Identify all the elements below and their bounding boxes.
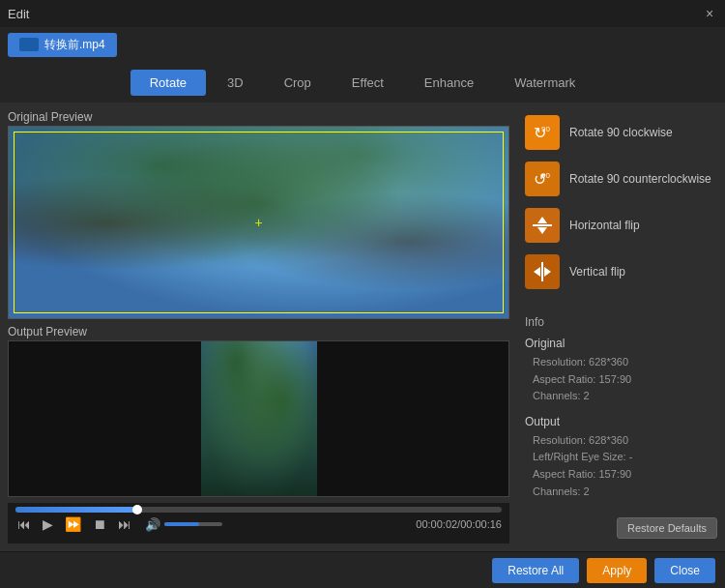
flip-v-icon xyxy=(525,254,560,289)
flip-v-button[interactable]: Vertical flip xyxy=(525,251,717,292)
svg-marker-5 xyxy=(537,217,547,223)
output-group-title: Output xyxy=(525,415,717,428)
rotate-ccw-label: Rotate 90 counterclockwise xyxy=(569,172,711,186)
file-icon xyxy=(19,38,39,51)
preview-area: Original Preview + Output Preview xyxy=(0,103,517,551)
rotated-tree-overlay xyxy=(201,340,317,497)
close-window-button[interactable]: × xyxy=(702,6,717,21)
rotate-cw-button[interactable]: ↻ 90 Rotate 90 clockwise xyxy=(525,112,717,153)
progress-bar[interactable] xyxy=(15,507,502,513)
tab-crop[interactable]: Crop xyxy=(265,70,331,96)
restore-defaults-button[interactable]: Restore Defaults xyxy=(617,517,717,539)
bottom-bar: Restore All Apply Close xyxy=(0,551,725,588)
output-left-right: Left/Right Eye Size: - xyxy=(533,449,717,466)
volume-area: 🔊 xyxy=(145,517,222,532)
flip-h-button[interactable]: Horizontal flip xyxy=(525,205,717,246)
output-aspect-ratio: Aspect Ratio: 157:90 xyxy=(533,466,717,484)
playback-controls: ⏮ ▶ ⏩ ⏹ ⏭ 🔊 00:00:02/00:00:16 xyxy=(15,516,502,532)
original-preview-label: Original Preview xyxy=(8,110,509,124)
main-content: Original Preview + Output Preview xyxy=(0,103,725,551)
progress-fill xyxy=(15,507,137,513)
tab-enhance[interactable]: Enhance xyxy=(405,70,493,96)
file-tab-bar: 转换前.mp4 xyxy=(0,27,725,62)
volume-slider[interactable] xyxy=(164,522,222,526)
output-preview-label: Output Preview xyxy=(8,325,509,338)
progress-thumb xyxy=(132,505,142,514)
original-preview-section: Original Preview + xyxy=(8,110,509,319)
crosshair-icon: + xyxy=(254,215,262,230)
output-preview xyxy=(8,340,509,497)
output-channels: Channels: 2 xyxy=(533,484,717,501)
tab-3d[interactable]: 3D xyxy=(208,70,263,96)
flip-h-label: Horizontal flip xyxy=(569,219,640,232)
edit-window: Edit × 转换前.mp4 Rotate 3D Crop Effect Enh… xyxy=(0,0,725,588)
rotate-ccw-icon: ↺ 90 xyxy=(525,162,560,196)
volume-fill xyxy=(164,522,199,526)
skip-start-button[interactable]: ⏮ xyxy=(15,516,33,532)
original-aspect-ratio: Aspect Ratio: 157:90 xyxy=(533,371,717,389)
original-preview-image: + xyxy=(9,127,508,318)
svg-text:90: 90 xyxy=(541,171,550,180)
time-display: 00:00:02/00:00:16 xyxy=(416,518,502,530)
edit-tabs: Rotate 3D Crop Effect Enhance Watermark xyxy=(0,62,725,103)
output-resolution: Resolution: 628*360 xyxy=(533,432,717,450)
file-tab[interactable]: 转换前.mp4 xyxy=(8,33,117,57)
svg-rect-7 xyxy=(541,262,543,281)
svg-rect-4 xyxy=(533,224,552,226)
original-resolution: Resolution: 628*360 xyxy=(533,354,717,371)
tab-watermark[interactable]: Watermark xyxy=(495,70,594,96)
svg-marker-6 xyxy=(537,227,547,234)
rotate-cw-icon: ↻ 90 xyxy=(525,115,560,150)
rotate-actions: ↻ 90 Rotate 90 clockwise ↺ 90 Rotate 90 … xyxy=(525,112,717,292)
rotate-ccw-button[interactable]: ↺ 90 Rotate 90 counterclockwise xyxy=(525,159,717,199)
window-title: Edit xyxy=(8,7,29,21)
tab-rotate[interactable]: Rotate xyxy=(130,70,206,96)
file-tab-label: 转换前.mp4 xyxy=(44,37,105,53)
info-section: Info Original Resolution: 628*360 Aspect… xyxy=(525,315,717,510)
original-info-group: Original Resolution: 628*360 Aspect Rati… xyxy=(525,337,717,405)
output-preview-section: Output Preview xyxy=(8,325,509,497)
apply-button[interactable]: Apply xyxy=(587,558,647,583)
original-group-title: Original xyxy=(525,337,717,350)
flip-v-label: Vertical flip xyxy=(569,265,625,279)
rotate-cw-label: Rotate 90 clockwise xyxy=(569,126,673,139)
svg-text:90: 90 xyxy=(541,125,550,133)
restore-all-button[interactable]: Restore All xyxy=(492,558,579,583)
flip-h-icon xyxy=(525,208,560,243)
original-preview: + xyxy=(8,126,509,319)
tab-effect[interactable]: Effect xyxy=(333,70,403,96)
title-bar: Edit × xyxy=(0,0,725,27)
right-panel: ↻ 90 Rotate 90 clockwise ↺ 90 Rotate 90 … xyxy=(517,103,725,551)
info-title: Info xyxy=(525,315,717,329)
volume-icon: 🔊 xyxy=(145,517,160,532)
close-button[interactable]: Close xyxy=(654,558,715,583)
svg-marker-8 xyxy=(534,267,540,277)
play-button[interactable]: ▶ xyxy=(41,516,55,532)
playback-bar: ⏮ ▶ ⏩ ⏹ ⏭ 🔊 00:00:02/00:00:16 xyxy=(8,503,509,544)
output-video-sim xyxy=(9,341,508,496)
stop-button[interactable]: ⏹ xyxy=(91,516,108,532)
svg-marker-9 xyxy=(544,267,551,277)
rotated-video xyxy=(201,340,317,497)
original-channels: Channels: 2 xyxy=(533,388,717,405)
skip-end-button[interactable]: ⏭ xyxy=(116,516,133,532)
skip-frame-button[interactable]: ⏩ xyxy=(63,516,83,532)
output-info-group: Output Resolution: 628*360 Left/Right Ey… xyxy=(525,415,717,500)
